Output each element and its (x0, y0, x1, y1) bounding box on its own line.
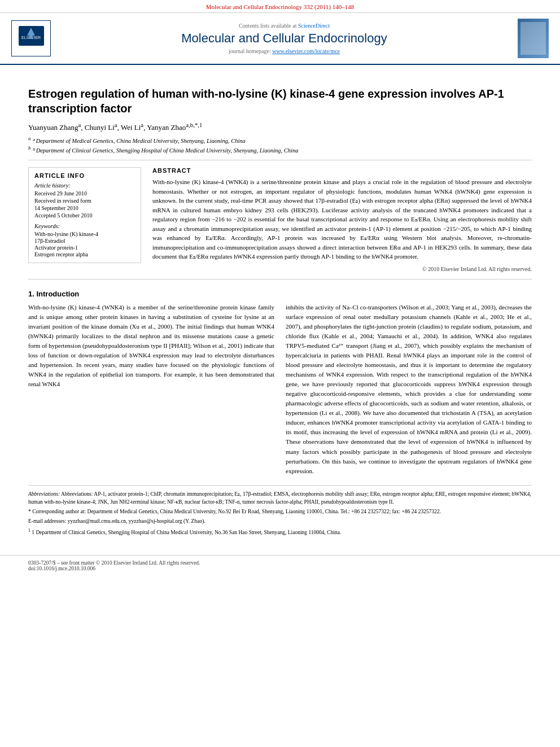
elsevier-logo-svg: ELSEVIER (16, 23, 47, 51)
sup-a3: a (141, 121, 143, 128)
sciencedirect-link[interactable]: ScienceDirect (298, 23, 330, 29)
intro-heading: 1. Introduction (28, 290, 532, 298)
elsevier-logo: ELSEVIER (11, 20, 51, 56)
abstract-text: With-no-lysine (K) kinase-4 (WNK4) is a … (152, 177, 532, 261)
journal-title: Molecular and Cellular Endocrinology (51, 31, 518, 46)
paper-body: Estrogen regulation of human with-no-lys… (0, 65, 560, 549)
history-accepted: Accepted 5 October 2010 (34, 212, 135, 219)
authors: Yuanyuan Zhanga, Chunyi Lia, Wei Lia, Ya… (28, 121, 532, 132)
sup-ab: a,b,*,1 (186, 121, 202, 128)
footnotes: Abbreviations: Abbreviations: AP-1, acti… (28, 485, 532, 536)
intro-right-text: inhibits the activity of Na–Cl co-transp… (286, 304, 532, 474)
info-abstract-cols: ARTICLE INFO Article history: Received 2… (28, 167, 532, 272)
homepage-link[interactable]: www.elsevier.com/locate/mce (272, 48, 340, 54)
intro-right-col: inhibits the activity of Na–Cl co-transp… (286, 303, 532, 476)
article-info-title: ARTICLE INFO (34, 172, 135, 179)
keyword-estradiol: 17β-Estradiol (34, 238, 135, 244)
svg-rect-3 (29, 36, 33, 39)
keyword-er-alpha: Estrogen receptor alpha (34, 251, 135, 257)
citation-text: Molecular and Cellular Endocrinology 332… (206, 3, 354, 10)
article-info-box: ARTICLE INFO Article history: Received 2… (28, 167, 141, 263)
article-history-label: Article history: (34, 182, 135, 189)
affiliation-b: b ᵇ Department of Clinical Genetics, She… (28, 145, 532, 154)
paper-title: Estrogen regulation of human with-no-lys… (28, 86, 532, 116)
citation-bar: Molecular and Cellular Endocrinology 332… (0, 0, 560, 13)
doi-line: doi:10.1016/j.mce.2010.10.006 (28, 566, 532, 571)
intro-left-col: With-no-lysine (K) kinase-4 (WNK4) is a … (28, 303, 274, 476)
fn-abbreviations: Abbreviations: Abbreviations: AP-1, acti… (28, 490, 532, 506)
divider-after-affiliations (28, 160, 532, 160)
keyword-wnk4: With-no-lysine (K) kinase-4 (34, 231, 135, 237)
bottom-bar: 0303-7207/$ – see front matter © 2010 El… (0, 555, 560, 576)
intro-columns: With-no-lysine (K) kinase-4 (WNK4) is a … (28, 303, 532, 476)
keyword-ap1: Activator protein-1 (34, 244, 135, 251)
issn-line: 0303-7207/$ – see front matter © 2010 El… (28, 560, 532, 566)
author-yuanyuan: Yuanyuan Zhanga (28, 123, 81, 132)
fn-email: E-mail addresses: yyzzhao@mail.cmu.edu.c… (28, 517, 532, 525)
abstract-section: ABSTRACT With-no-lysine (K) kinase-4 (WN… (152, 167, 532, 272)
sciencedirect-line: Contents lists available at ScienceDirec… (51, 23, 518, 29)
keywords-label: Keywords: (34, 223, 135, 229)
sup-a2: a (115, 121, 117, 128)
intro-left-text: With-no-lysine (K) kinase-4 (WNK4) is a … (28, 304, 274, 387)
journal-homepage: journal homepage: www.elsevier.com/locat… (51, 48, 518, 54)
introduction-section: 1. Introduction With-no-lysine (K) kinas… (28, 290, 532, 476)
affiliation-a: a ᵃ Department of Medical Genetics, Chin… (28, 136, 532, 144)
abstract-title: ABSTRACT (152, 167, 532, 174)
author-yanyan: Yanyan Zhaoa,b,*,1 (147, 123, 202, 132)
copyright-line: © 2010 Elsevier Ireland Ltd. All rights … (152, 266, 532, 272)
fn-corresponding: * Corresponding author at: Department of… (28, 508, 532, 516)
journal-header: ELSEVIER Contents lists available at Sci… (0, 13, 560, 65)
article-info-panel: ARTICLE INFO Article history: Received 2… (28, 167, 141, 272)
fn-footnote1: 1 1 Department of Clinical Genetics, She… (28, 527, 532, 536)
history-revised-label: Received in revised form (34, 198, 135, 204)
divider-before-intro (28, 279, 532, 279)
author-chunyi: Chunyi Lia (85, 123, 117, 132)
history-received: Received 29 June 2010 (34, 190, 135, 196)
journal-thumbnail (518, 19, 549, 58)
sup-a1: a (78, 121, 81, 128)
journal-center: Contents lists available at ScienceDirec… (51, 23, 518, 54)
author-wei: Wei Lia (121, 123, 143, 132)
history-revised-date: 14 September 2010 (34, 205, 135, 211)
